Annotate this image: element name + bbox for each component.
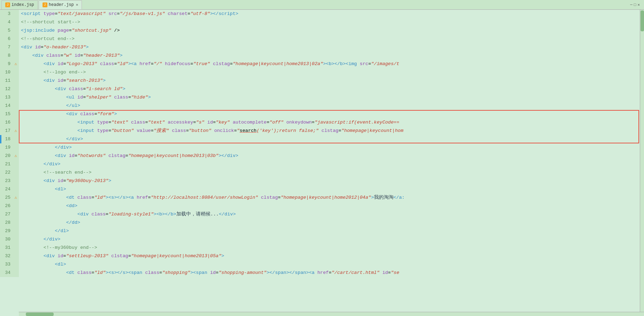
code-line-row: 31 <!--my360buy end-->: [0, 244, 644, 252]
margin-icon: [13, 235, 19, 244]
margin-icon: [13, 252, 19, 260]
margin-icon: [13, 168, 19, 177]
maximize-icon[interactable]: □: [634, 3, 636, 7]
line-number: 29: [0, 227, 13, 235]
line-number: 33: [0, 260, 13, 269]
line-number: 26: [0, 202, 13, 210]
code-content: <!--shortcut end-->: [19, 35, 644, 43]
margin-icon: [13, 202, 19, 210]
code-content: <script type="text/javascript" src="/js/…: [19, 10, 644, 18]
margin-icon: [13, 160, 19, 168]
line-number: 27: [0, 210, 13, 219]
code-line-row: 11 <div id="search-2013">: [0, 77, 644, 85]
code-line-row: 27 <div class="loading-style1"><b></b>加载…: [0, 210, 644, 219]
code-content: <div id="my360buy-2013">: [19, 177, 644, 185]
tab-header-jsp[interactable]: J header.jsp ✕: [39, 0, 82, 9]
margin-icon: [13, 219, 19, 227]
margin-icon: ⚠: [13, 60, 19, 68]
tab-file-icon: J: [5, 2, 10, 7]
code-line-row: 32 <div id="settleup-2013" clstag="homep…: [0, 252, 644, 260]
line-number: 6: [0, 35, 13, 43]
code-content: <!--logo end-->: [19, 68, 644, 77]
line-number: 22: [0, 168, 13, 177]
margin-icon: [13, 43, 19, 52]
line-number: 12: [0, 85, 13, 93]
code-content: </div>: [19, 143, 644, 152]
code-line-row: 18 </div>: [0, 135, 644, 143]
code-line-row: 5<jsp:include page="shortcut.jsp" />: [0, 26, 644, 35]
scrollbar-right[interactable]: [640, 10, 644, 316]
margin-icon: [13, 93, 19, 102]
line-number: 15: [0, 110, 13, 118]
line-number: 30: [0, 235, 13, 244]
margin-icon: [13, 26, 19, 35]
code-content: <jsp:include page="shortcut.jsp" />: [19, 26, 644, 35]
code-content: <!--search end-->: [19, 168, 644, 177]
tab-bar: J index.jsp J header.jsp ✕ ─ □ ✕: [0, 0, 644, 10]
tab-close-icon[interactable]: ✕: [76, 2, 78, 7]
margin-icon: ⚠: [13, 193, 19, 202]
code-line-row: 25⚠ <dt class="ld"><s></s><a href="http:…: [0, 193, 644, 202]
code-content: <input type="text" class="text" accesske…: [19, 118, 644, 127]
code-content: <div id="search-2013">: [19, 77, 644, 85]
code-content: <div id="o-header-2013">: [19, 43, 644, 52]
code-line-row: 3<script type="text/javascript" src="/js…: [0, 10, 644, 18]
line-number: 20: [0, 152, 13, 160]
margin-icon: [13, 52, 19, 60]
margin-icon: [13, 135, 19, 143]
code-line-row: 28 </dd>: [0, 219, 644, 227]
margin-icon: [13, 185, 19, 193]
code-line-row: 24 <dl>: [0, 185, 644, 193]
line-number: 10: [0, 68, 13, 77]
line-number: 25: [0, 193, 13, 202]
margin-icon: [13, 110, 19, 118]
code-content: <!--my360buy end-->: [19, 244, 644, 252]
line-number: 5: [0, 26, 13, 35]
code-content: <div class="w" id="header-2013">: [19, 52, 644, 60]
code-line-row: 26 <dd>: [0, 202, 644, 210]
line-number: 4: [0, 18, 13, 26]
line-number: 28: [0, 219, 13, 227]
code-line-row: 22 <!--search end-->: [0, 168, 644, 177]
margin-icon: [13, 244, 19, 252]
scrollbar-bottom[interactable]: [19, 312, 644, 316]
line-number: 9: [0, 60, 13, 68]
margin-icon: ⚠: [13, 152, 19, 160]
line-number: 21: [0, 160, 13, 168]
close-window-icon[interactable]: ✕: [637, 2, 640, 7]
code-content: <div class="form">: [19, 110, 644, 118]
margin-icon: [13, 102, 19, 110]
line-number: 13: [0, 93, 13, 102]
code-line-row: 23 <div id="my360buy-2013">: [0, 177, 644, 185]
margin-icon: [13, 10, 19, 18]
line-number: 16: [0, 118, 13, 127]
line-number: 18: [0, 135, 13, 143]
scrollbar-thumb-vertical[interactable]: [641, 10, 644, 31]
code-content: <!--shortcut start-->: [19, 18, 644, 26]
editor: 3<script type="text/javascript" src="/js…: [0, 10, 644, 316]
code-content: <dl>: [19, 185, 644, 193]
code-line-row: 14 </ul>: [0, 102, 644, 110]
margin-icon: [13, 118, 19, 127]
lines-container: 3<script type="text/javascript" src="/js…: [0, 10, 644, 316]
line-number: 24: [0, 185, 13, 193]
margin-icon: [13, 85, 19, 93]
line-number: 19: [0, 143, 13, 152]
line-number: 23: [0, 177, 13, 185]
code-content: <dt class="ld"><s></s><span class="shopp…: [19, 269, 644, 277]
margin-icon: [13, 143, 19, 152]
line-number: 8: [0, 52, 13, 60]
margin-icon: [13, 68, 19, 77]
code-line-row: 19 </div>: [0, 143, 644, 152]
code-content: </div>: [19, 135, 644, 143]
code-line-row: 13 <ul id="shelper" class="hide">: [0, 93, 644, 102]
code-line-row: 17⚠ <input type="button" value="搜索" clas…: [0, 127, 644, 135]
code-line-row: 29 </dl>: [0, 227, 644, 235]
tab-index-jsp[interactable]: J index.jsp: [1, 0, 38, 9]
line-number: 31: [0, 244, 13, 252]
code-content: <input type="button" value="搜索" class="b…: [19, 127, 644, 135]
tab-label-index: index.jsp: [12, 2, 34, 7]
scrollbar-thumb-horizontal[interactable]: [26, 313, 54, 316]
line-number: 11: [0, 77, 13, 85]
minimize-icon[interactable]: ─: [630, 3, 632, 7]
